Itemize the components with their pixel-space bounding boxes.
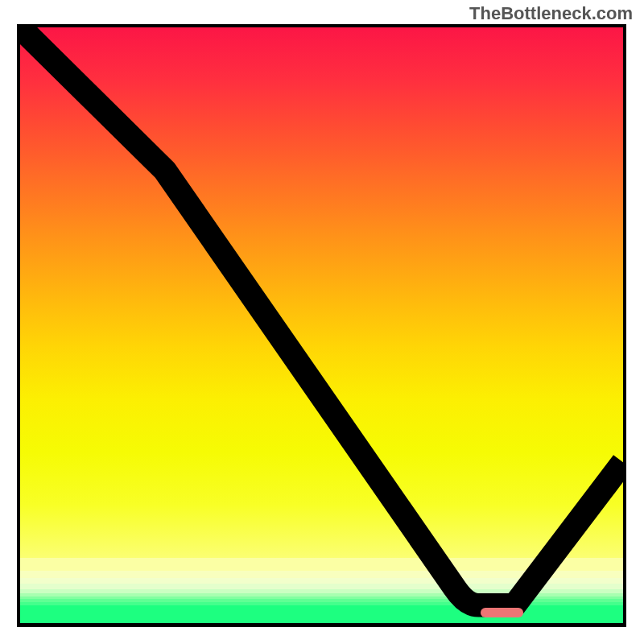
watermark-label: TheBottleneck.com	[469, 3, 633, 24]
chart-frame	[17, 24, 626, 627]
optimal-marker	[481, 608, 523, 617]
bottleneck-curve	[20, 27, 623, 623]
